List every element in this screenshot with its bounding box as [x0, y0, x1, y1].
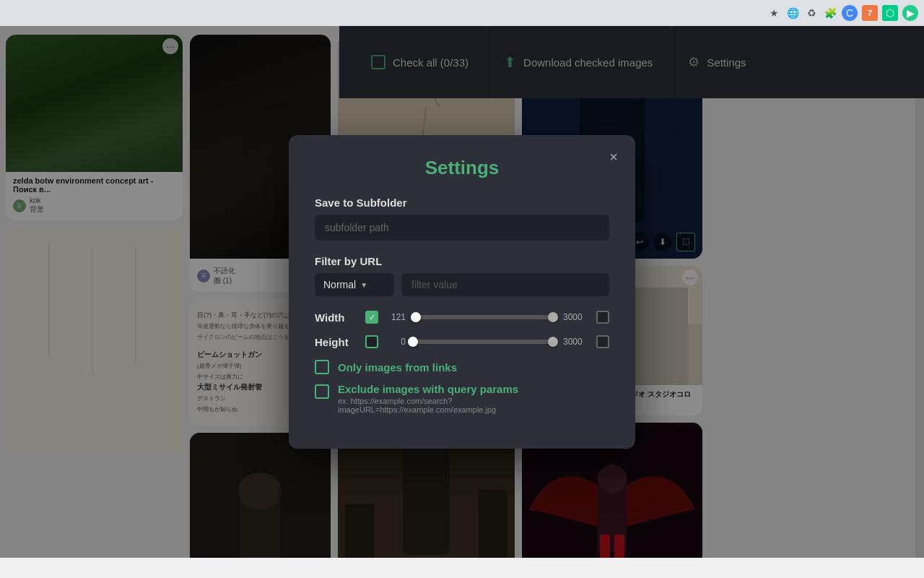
- only-from-links-checkbox[interactable]: [315, 360, 329, 374]
- browser-topbar: ★ 🌐 ♻ 🧩 C 7 ⬡ ▶: [0, 0, 924, 26]
- width-max-value: 3000: [563, 312, 589, 322]
- subfolder-input[interactable]: [315, 215, 609, 241]
- width-label: Width: [315, 311, 358, 324]
- exclude-query-text: Exclude images with query params ex. htt…: [338, 383, 609, 414]
- exclude-query-checkbox[interactable]: [315, 384, 329, 399]
- exclude-query-label: Exclude images with query params: [338, 383, 609, 395]
- only-from-links-label: Only images from links: [338, 361, 457, 374]
- ext1-icon[interactable]: 7: [862, 5, 878, 21]
- width-slider-row: Width 121 3000: [315, 311, 609, 324]
- height-slider-thumb[interactable]: [408, 337, 418, 347]
- puzzle-icon[interactable]: 🧩: [823, 6, 837, 20]
- settings-modal: × Settings Save to Subfolder Filter by U…: [289, 135, 635, 449]
- exclude-query-option: Exclude images with query params ex. htt…: [315, 383, 609, 414]
- height-slider-thumb-max[interactable]: [548, 337, 558, 347]
- width-end-checkbox[interactable]: [596, 311, 609, 324]
- height-checkbox[interactable]: [365, 335, 378, 348]
- ext2-icon[interactable]: ⬡: [882, 5, 898, 21]
- close-button[interactable]: ×: [603, 147, 624, 167]
- filter-dropdown[interactable]: Normal ▼: [315, 273, 394, 296]
- subfolder-label: Save to Subfolder: [315, 197, 609, 209]
- height-end-checkbox[interactable]: [596, 335, 609, 348]
- only-from-links-option: Only images from links: [315, 360, 609, 374]
- height-max-value: 3000: [563, 337, 589, 347]
- filter-label: Filter by URL: [315, 255, 609, 267]
- translate-icon[interactable]: 🌐: [785, 6, 800, 20]
- chrome-icon[interactable]: C: [842, 5, 858, 21]
- height-min-value: 0: [385, 337, 406, 347]
- filter-row: Normal ▼: [315, 273, 609, 296]
- width-min-value: 121: [385, 312, 406, 322]
- chevron-down-icon: ▼: [360, 281, 367, 289]
- width-checkbox[interactable]: [365, 311, 378, 324]
- width-slider-thumb[interactable]: [411, 312, 421, 322]
- width-slider-thumb-max[interactable]: [548, 312, 558, 322]
- height-slider-row: Height 0 3000: [315, 335, 609, 348]
- refresh-icon[interactable]: ♻: [804, 6, 819, 20]
- filter-dropdown-value: Normal: [323, 279, 356, 290]
- modal-title: Settings: [315, 157, 609, 179]
- filter-value-input[interactable]: [401, 273, 609, 296]
- page-content: zelda botw environment concept art - Пои…: [0, 26, 924, 558]
- bookmark-icon[interactable]: ★: [767, 6, 781, 20]
- ext3-icon[interactable]: ▶: [902, 5, 918, 21]
- exclude-query-sublabel: ex. https://example.com/search?imageURL=…: [338, 397, 609, 414]
- width-slider-track[interactable]: [413, 315, 556, 319]
- height-label: Height: [315, 336, 358, 348]
- height-slider-track[interactable]: [413, 340, 556, 344]
